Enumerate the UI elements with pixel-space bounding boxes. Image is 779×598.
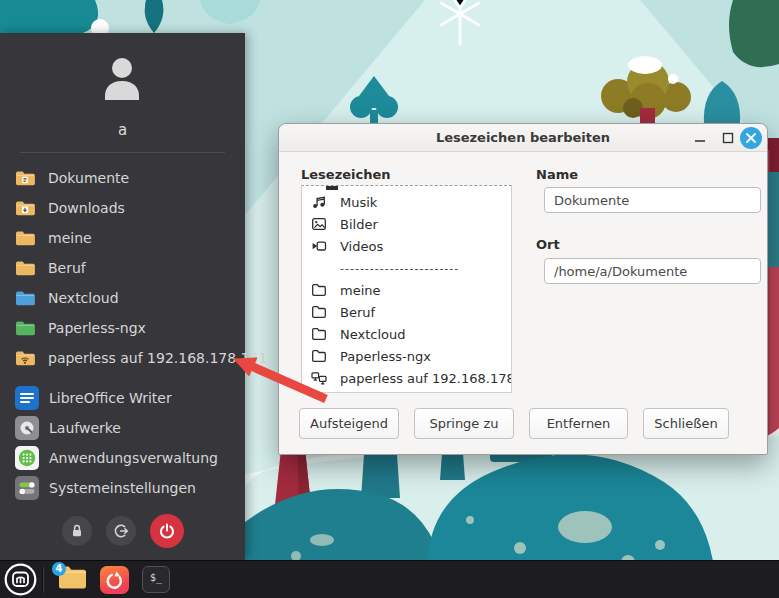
- entfernen-button[interactable]: Entfernen: [529, 408, 628, 439]
- bookmark-label: Paperless-ngx: [340, 349, 431, 364]
- terminal-prompt-glyph: $_: [150, 572, 162, 583]
- settings-icon: [15, 476, 39, 500]
- bookmarks-listbox[interactable]: MusikBilderVideos-----------------------…: [301, 185, 512, 393]
- image-icon: [311, 216, 327, 232]
- folder-outline-icon: [311, 282, 327, 298]
- place-label: meine: [48, 230, 92, 246]
- folder-outline-icon: [311, 348, 327, 364]
- lock-button[interactable]: [62, 516, 92, 546]
- music-icon: [311, 194, 327, 210]
- close-icon: [745, 132, 757, 144]
- apps-list: LibreOffice WriterLaufwerkeAnwendungsver…: [0, 383, 245, 503]
- username-label: a: [0, 121, 245, 139]
- taskbar: 4$_: [0, 560, 779, 598]
- power-button[interactable]: [150, 514, 184, 548]
- desktop: a DokumenteDownloadsmeineBerufNextcloudP…: [0, 0, 779, 598]
- bookmark-label: Nextcloud: [340, 327, 406, 342]
- bookmarks-list-label: Lesezeichen: [301, 167, 391, 182]
- window-count-badge: 4: [52, 562, 66, 576]
- maximize-icon: [722, 132, 734, 144]
- name-input[interactable]: [544, 187, 761, 213]
- sidebar-app-laufwerke[interactable]: Laufwerke: [0, 413, 245, 443]
- place-label: paperless auf 192.168.178.151: [48, 350, 267, 366]
- folder-downloads-icon: [15, 199, 37, 217]
- sidebar-place-nextcloud[interactable]: Nextcloud: [0, 283, 245, 313]
- taskbar-app-backup[interactable]: [93, 561, 135, 598]
- folder-outline-icon: [311, 304, 327, 320]
- mint-menu-panel: a DokumenteDownloadsmeineBerufNextcloudP…: [0, 33, 245, 560]
- sidebar-place-paperless-ngx[interactable]: Paperless-ngx: [0, 313, 245, 343]
- writer-icon: [15, 386, 39, 410]
- bookmark-label: paperless auf 192.168.178…: [340, 371, 512, 386]
- session-buttons: [0, 514, 245, 548]
- drives-icon: [15, 416, 39, 440]
- folder-network-icon: [15, 349, 37, 367]
- place-label: Downloads: [48, 200, 125, 216]
- software-manager-icon: [15, 446, 39, 470]
- mint-logo-icon: [4, 563, 37, 596]
- maximize-button[interactable]: [718, 128, 738, 148]
- sidebar-place-meine[interactable]: meine: [0, 223, 245, 253]
- bookmark-item-meine[interactable]: meine: [302, 279, 511, 301]
- ort-label: Ort: [536, 237, 560, 252]
- terminal-icon: $_: [142, 566, 170, 593]
- sidebar-divider: [20, 152, 225, 153]
- video-icon: [311, 238, 327, 254]
- bookmark-item-paperless-auf-192-168-178[interactable]: paperless auf 192.168.178…: [302, 367, 511, 389]
- app-label: Laufwerke: [49, 420, 121, 436]
- bookmark-label: meine: [340, 283, 381, 298]
- folder-plain-icon: [15, 259, 37, 277]
- taskbar-app-terminal[interactable]: $_: [135, 561, 177, 598]
- place-label: Dokumente: [48, 170, 129, 186]
- folder-outline-icon: [311, 326, 327, 342]
- taskbar-separator: [42, 567, 44, 593]
- sidebar-place-beruf[interactable]: Beruf: [0, 253, 245, 283]
- folder-documents-icon: [15, 169, 37, 187]
- minimize-icon: [694, 132, 706, 144]
- bookmark-label: Bilder: [340, 217, 378, 232]
- bookmark-label: Musik: [340, 195, 377, 210]
- sidebar-app-libreoffice-writer[interactable]: LibreOffice Writer: [0, 383, 245, 413]
- name-label: Name: [536, 167, 578, 182]
- sidebar-app-systemeinstellungen[interactable]: Systemeinstellungen: [0, 473, 245, 503]
- place-label: Beruf: [48, 260, 86, 276]
- app-label: Anwendungsverwaltung: [49, 450, 218, 466]
- bookmark-item-bilder[interactable]: Bilder: [302, 213, 511, 235]
- folder-plain-icon: [15, 319, 37, 337]
- dialog-titlebar[interactable]: Lesezeichen bearbeiten: [279, 124, 767, 152]
- folder-plain-icon: [15, 289, 37, 307]
- bookmark-separator: ------------------------: [302, 257, 511, 279]
- place-label: Nextcloud: [48, 290, 119, 306]
- ort-input[interactable]: [544, 258, 761, 284]
- close-button[interactable]: [740, 127, 762, 149]
- app-label: LibreOffice Writer: [49, 390, 172, 406]
- bookmark-item-beruf[interactable]: Beruf: [302, 301, 511, 323]
- aufsteigend-button[interactable]: Aufsteigend: [299, 408, 399, 439]
- dialog-button-row: AufsteigendSpringe zuEntfernenSchließen: [299, 408, 749, 439]
- circular-arrow-icon: [100, 566, 129, 594]
- sidebar-app-anwendungsverwaltung[interactable]: Anwendungsverwaltung: [0, 443, 245, 473]
- mint-menu-button[interactable]: [0, 561, 40, 598]
- bookmark-label: Beruf: [340, 305, 375, 320]
- bookmark-item-videos[interactable]: Videos: [302, 235, 511, 257]
- logout-button[interactable]: [106, 516, 136, 546]
- places-list: DokumenteDownloadsmeineBerufNextcloudPap…: [0, 163, 245, 373]
- clipped-item-fragment: [326, 186, 338, 190]
- taskbar-apps: 4$_: [51, 561, 177, 598]
- springe-zu-button[interactable]: Springe zu: [414, 408, 514, 439]
- schlie-en-button[interactable]: Schließen: [643, 408, 729, 439]
- user-avatar[interactable]: [94, 55, 150, 107]
- sidebar-place-downloads[interactable]: Downloads: [0, 193, 245, 223]
- place-label: Paperless-ngx: [48, 320, 146, 336]
- taskbar-app-files[interactable]: 4: [51, 561, 93, 598]
- sidebar-place-paperless-auf-192-168-178-151[interactable]: paperless auf 192.168.178.151: [0, 343, 245, 373]
- bookmark-item-paperless-ngx[interactable]: Paperless-ngx: [302, 345, 511, 367]
- bookmark-label: Videos: [340, 239, 383, 254]
- bookmark-item-musik[interactable]: Musik: [302, 191, 511, 213]
- edit-bookmarks-dialog: Lesezeichen bearbeiten Lesezeichen Name …: [278, 123, 768, 455]
- app-label: Systemeinstellungen: [49, 480, 196, 496]
- sidebar-place-dokumente[interactable]: Dokumente: [0, 163, 245, 193]
- bookmark-item-nextcloud[interactable]: Nextcloud: [302, 323, 511, 345]
- minimize-button[interactable]: [690, 128, 710, 148]
- folder-plain-icon: [15, 229, 37, 247]
